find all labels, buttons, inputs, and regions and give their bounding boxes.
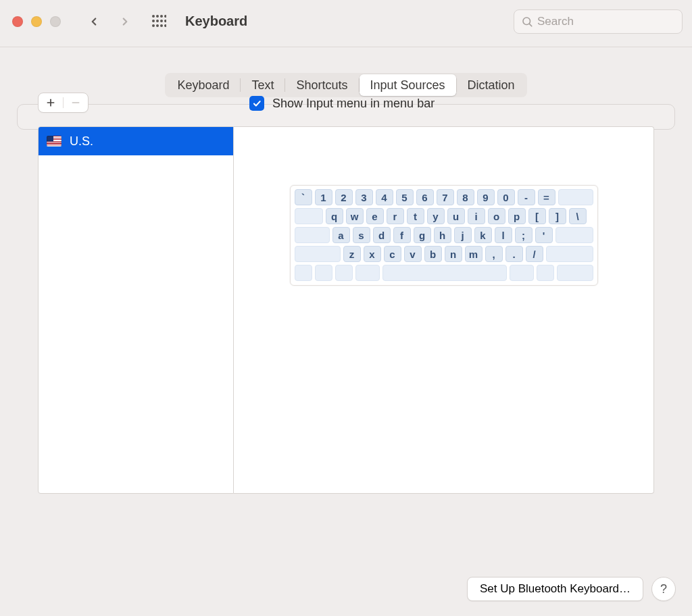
key: j: [454, 227, 472, 243]
tab-shortcuts[interactable]: Shortcuts: [285, 74, 358, 96]
key-capslock: [295, 227, 330, 243]
svg-point-9: [156, 24, 159, 27]
kbd-row-3: a s d f g h j k l ; ': [295, 227, 593, 243]
setup-bluetooth-label: Set Up Bluetooth Keyboard…: [480, 582, 631, 596]
search-input[interactable]: [537, 15, 681, 28]
key: q: [326, 208, 343, 224]
show-input-menu-label: Show Input menu in menu bar: [272, 97, 435, 111]
key-ctrl: [315, 265, 332, 281]
help-button[interactable]: ?: [651, 577, 676, 601]
input-source-list[interactable]: U.S.: [38, 126, 234, 494]
key: .: [505, 246, 523, 262]
input-source-detail: ` 1 2 3 4 5 6 7 8 9 0 - =: [234, 126, 654, 494]
tab-text[interactable]: Text: [241, 74, 285, 96]
key: y: [427, 208, 445, 224]
key-command-right: [510, 265, 534, 281]
key-option: [335, 265, 353, 281]
key: ': [535, 227, 553, 243]
key: 4: [376, 189, 393, 205]
key-space: [382, 265, 507, 281]
key-shift-right: [546, 246, 593, 262]
checkbox-checked-icon: [249, 96, 264, 111]
kbd-row-4: z x c v b n m , . /: [295, 246, 593, 262]
key: l: [495, 227, 512, 243]
key: n: [445, 246, 462, 262]
key-backspace: [558, 189, 593, 205]
window-minimize-button[interactable]: [31, 16, 42, 27]
key: 0: [497, 189, 515, 205]
settings-tabs: Keyboard Text Shortcuts Input Sources Di…: [165, 73, 526, 97]
key: 7: [437, 189, 454, 205]
key: i: [468, 208, 485, 224]
input-sources-pane: U.S. ` 1 2 3 4 5 6 7: [17, 104, 675, 130]
forward-button[interactable]: [119, 16, 131, 28]
key: ;: [515, 227, 533, 243]
svg-point-8: [152, 24, 155, 27]
key: m: [465, 246, 483, 262]
key: x: [364, 246, 381, 262]
key: v: [404, 246, 422, 262]
setup-bluetooth-keyboard-button[interactable]: Set Up Bluetooth Keyboard…: [467, 577, 643, 601]
key-fn: [295, 265, 312, 281]
traffic-lights: [12, 16, 61, 27]
svg-point-5: [156, 20, 159, 22]
window-close-button[interactable]: [12, 16, 23, 27]
back-button[interactable]: [88, 16, 100, 28]
key: h: [434, 227, 451, 243]
add-remove-toolbar: [38, 93, 89, 113]
remove-input-source-button[interactable]: [64, 93, 88, 112]
key: \: [569, 208, 587, 224]
key: w: [346, 208, 364, 224]
kbd-row-1: ` 1 2 3 4 5 6 7 8 9 0 - =: [295, 189, 593, 205]
key: g: [414, 227, 431, 243]
tab-dictation[interactable]: Dictation: [457, 74, 526, 96]
flag-icon-us: [47, 136, 61, 147]
key: t: [407, 208, 424, 224]
add-input-source-button[interactable]: [39, 93, 63, 112]
svg-point-11: [164, 24, 166, 27]
key-return: [555, 227, 593, 243]
sources-split: U.S. ` 1 2 3 4 5 6 7: [38, 126, 654, 494]
key: c: [384, 246, 401, 262]
show-input-menu-checkbox[interactable]: Show Input menu in menu bar: [249, 96, 435, 111]
svg-point-4: [152, 20, 155, 22]
search-icon: [521, 16, 533, 28]
key: -: [518, 189, 535, 205]
search-field-wrap[interactable]: [514, 9, 683, 34]
input-source-item-us[interactable]: U.S.: [39, 127, 233, 155]
key: a: [332, 227, 350, 243]
window-zoom-button[interactable]: [50, 16, 61, 27]
key: [: [528, 208, 546, 224]
key: o: [488, 208, 505, 224]
show-all-prefs-button[interactable]: [151, 14, 166, 29]
kbd-row-2: q w e r t y u i o p [ ] \: [295, 208, 593, 224]
key: s: [353, 227, 370, 243]
key: 6: [416, 189, 434, 205]
key: b: [424, 246, 442, 262]
key: e: [366, 208, 384, 224]
key-command: [355, 265, 380, 281]
key: 3: [355, 189, 373, 205]
key: =: [538, 189, 555, 205]
tab-keyboard[interactable]: Keyboard: [166, 74, 240, 96]
svg-point-7: [164, 20, 166, 22]
tab-input-sources[interactable]: Input Sources: [360, 74, 456, 96]
key-tab: [295, 208, 323, 224]
svg-point-3: [164, 15, 166, 18]
content: Keyboard Text Shortcuts Input Sources Di…: [0, 73, 692, 130]
toolbar: Keyboard: [0, 0, 692, 47]
key-arrow-cluster: [557, 265, 593, 281]
input-source-label: U.S.: [70, 134, 93, 149]
key: 8: [457, 189, 474, 205]
key: r: [387, 208, 404, 224]
key: z: [343, 246, 361, 262]
svg-point-2: [160, 15, 163, 18]
key: `: [295, 189, 312, 205]
key-shift-left: [295, 246, 341, 262]
kbd-row-5: [295, 265, 593, 281]
svg-point-0: [152, 15, 155, 18]
key: ,: [485, 246, 503, 262]
keyboard-layout-preview: ` 1 2 3 4 5 6 7 8 9 0 - =: [290, 185, 598, 286]
key: 5: [396, 189, 414, 205]
key: 9: [477, 189, 495, 205]
